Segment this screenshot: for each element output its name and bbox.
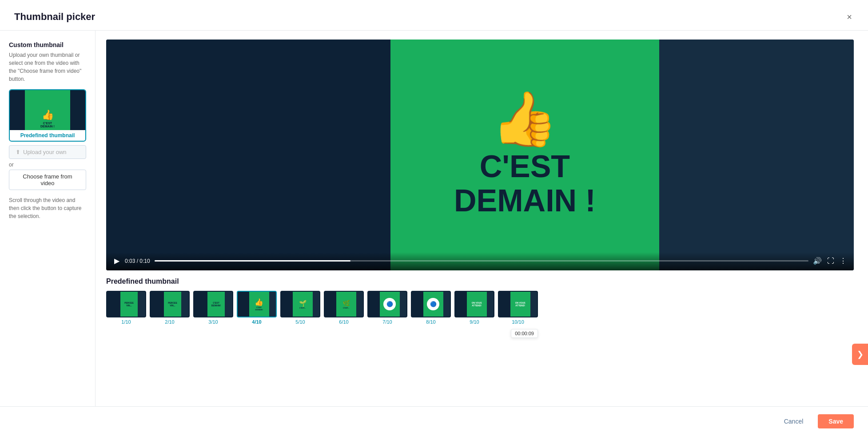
thumbnail-tooltip: 00:00:09	[511, 329, 538, 338]
thumb-10-inner: ON VOUSATTEND!	[499, 292, 537, 317]
fullscreen-button[interactable]: ⛶	[827, 257, 834, 265]
thumbnail-1-image: PERCEEVIN...	[106, 291, 146, 317]
predefined-thumbnail-preview[interactable]: 👍 C'ESTDEMAIN ! Predefined thumbnail	[9, 89, 86, 142]
thumbnail-1-label: 1/10	[121, 319, 131, 325]
more-options-button[interactable]: ⋮	[840, 257, 847, 265]
upload-own-button[interactable]: ⬆ Upload your own	[9, 145, 86, 159]
mini-thumb-text: C'ESTDEMAIN !	[40, 122, 55, 128]
dialog-header: Thumbnail picker ×	[0, 0, 868, 31]
scroll-tab-icon: ❯	[857, 349, 864, 359]
dialog-footer: Cancel Save	[0, 406, 868, 436]
thumbnail-preview-image: 👍 C'ESTDEMAIN !	[10, 90, 85, 130]
video-thumbs-up-icon: 👍	[491, 92, 558, 145]
thumbnail-4-label: 4/10	[252, 319, 261, 325]
thumbnail-9[interactable]: ON VOUSATTEND! 9/10	[454, 291, 494, 325]
thumb-5-inner: 🌱 C'EST...	[281, 292, 319, 317]
thumbnail-preview-label: Predefined thumbnail	[10, 130, 85, 141]
thumbnail-6-image: 🌿 C'EST...	[324, 291, 364, 317]
video-text-line2: DEMAIN !	[454, 183, 596, 218]
cancel-button[interactable]: Cancel	[775, 414, 813, 429]
save-button[interactable]: Save	[818, 414, 854, 428]
choose-frame-button[interactable]: Choose frame from video	[9, 170, 86, 190]
thumbnails-strip: PERCEEVIN... 1/10	[106, 291, 854, 325]
thumb-2-inner: PERCEEVIN...	[151, 292, 189, 317]
video-center-text: C'EST DEMAIN !	[454, 150, 596, 218]
close-button[interactable]: ×	[845, 11, 854, 23]
thumbnail-10-image: ON VOUSATTEND!	[498, 291, 538, 317]
time-display: 0:03 / 0:10	[125, 258, 150, 264]
thumbnail-2-image: PERCEEVIN...	[150, 291, 190, 317]
thumbnail-10-label: 10/10	[512, 319, 524, 325]
upload-btn-label: Upload your own	[23, 149, 67, 155]
thumb-8-inner: 🔵	[412, 292, 450, 317]
dialog-title: Thumbnail picker	[14, 11, 95, 23]
progress-bar[interactable]	[155, 260, 808, 262]
play-button[interactable]: ▶	[113, 256, 120, 266]
volume-button[interactable]: 🔊	[813, 257, 822, 265]
sidebar-description: Upload your own thumbnail or select one …	[9, 51, 86, 83]
thumbnail-5[interactable]: 🌱 C'EST... 5/10	[280, 291, 320, 325]
video-left-dark	[106, 40, 390, 270]
thumb-3-inner: C'ESTDEMAIN!	[194, 292, 232, 317]
or-separator: or	[9, 162, 86, 168]
progress-bar-fill	[155, 260, 351, 262]
thumbnail-1[interactable]: PERCEEVIN... 1/10	[106, 291, 146, 325]
thumbnail-3-image: C'ESTDEMAIN!	[193, 291, 233, 317]
thumbnail-8-label: 8/10	[426, 319, 435, 325]
mini-thumb-hand-icon: 👍	[42, 109, 54, 121]
thumbnail-7-image: 🔵	[367, 291, 407, 317]
scroll-hint-text: Scroll through the video and then click …	[9, 196, 86, 220]
thumb-4-inner: 👍 C'ESTDEMAIN!	[238, 292, 276, 317]
sidebar: Custom thumbnail Upload your own thumbna…	[0, 31, 96, 406]
thumbnail-6-label: 6/10	[339, 319, 348, 325]
thumbnail-8[interactable]: 🔵 8/10	[411, 291, 451, 325]
thumbnail-5-label: 5/10	[295, 319, 305, 325]
video-right-dark	[659, 40, 854, 270]
video-text-line1: C'EST	[480, 149, 570, 184]
video-player[interactable]: 👍 C'EST DEMAIN ! ▶ 0:03 / 0:10	[106, 40, 854, 270]
thumbnail-10[interactable]: ON VOUSATTEND! 10/10 00:00:09	[498, 291, 538, 325]
thumb-6-inner: 🌿 C'EST...	[325, 292, 363, 317]
scroll-tab[interactable]: ❯	[852, 344, 868, 365]
thumbnail-9-image: ON VOUSATTEND!	[454, 291, 494, 317]
thumbnail-2[interactable]: PERCEEVIN... 2/10	[150, 291, 190, 325]
thumbnail-8-image: 🔵	[411, 291, 451, 317]
mini-thumbnail-inner: 👍 C'ESTDEMAIN !	[25, 90, 70, 130]
video-center-green: 👍 C'EST DEMAIN !	[390, 40, 660, 270]
predefined-thumbnails-section: Predefined thumbnail PERCEEVIN...	[106, 270, 854, 325]
video-controls: ▶ 0:03 / 0:10 🔊 ⛶ ⋮	[106, 252, 854, 270]
thumbnail-4[interactable]: 👍 C'ESTDEMAIN! 4/10	[237, 291, 277, 325]
thumbnail-3[interactable]: C'ESTDEMAIN! 3/10	[193, 291, 233, 325]
thumbnail-picker-dialog: Thumbnail picker × Custom thumbnail Uplo…	[0, 0, 868, 436]
thumbnail-7[interactable]: 🔵 7/10	[367, 291, 407, 325]
thumbnail-7-label: 7/10	[382, 319, 392, 325]
predefined-section-title: Predefined thumbnail	[106, 277, 854, 285]
dialog-body: Custom thumbnail Upload your own thumbna…	[0, 31, 868, 406]
thumbnail-6[interactable]: 🌿 C'EST... 6/10	[324, 291, 364, 325]
thumbnail-9-label: 9/10	[470, 319, 479, 325]
thumbnail-5-image: 🌱 C'EST...	[280, 291, 320, 317]
upload-icon: ⬆	[16, 149, 20, 155]
thumbnail-2-label: 2/10	[165, 319, 174, 325]
thumbnail-3-label: 3/10	[208, 319, 218, 325]
thumb-7-inner: 🔵	[368, 292, 406, 317]
sidebar-section-title: Custom thumbnail	[9, 41, 86, 48]
main-content: 👍 C'EST DEMAIN ! ▶ 0:03 / 0:10	[96, 31, 868, 406]
thumb-1-inner: PERCEEVIN...	[107, 292, 145, 317]
thumbnail-4-image: 👍 C'ESTDEMAIN!	[237, 291, 277, 317]
video-controls-right: 🔊 ⛶ ⋮	[813, 257, 847, 265]
video-frame: 👍 C'EST DEMAIN !	[106, 40, 854, 270]
thumb-9-inner: ON VOUSATTEND!	[455, 292, 494, 317]
